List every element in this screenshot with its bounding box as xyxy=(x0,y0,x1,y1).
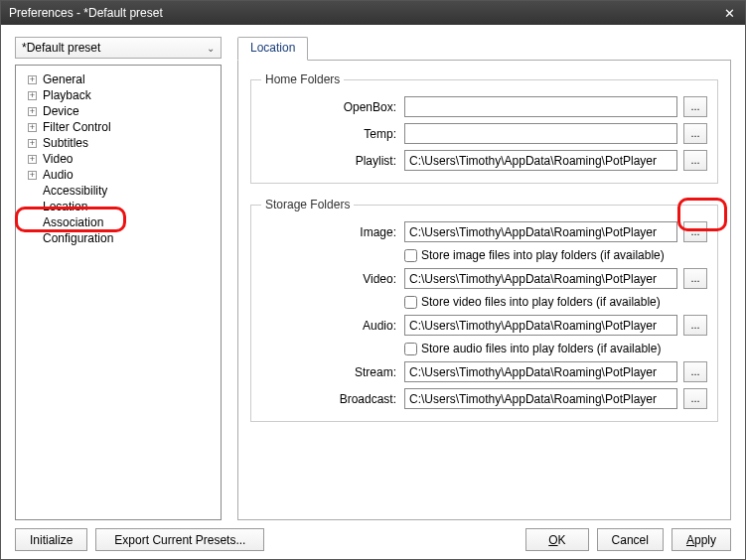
tree-item-filter-control[interactable]: +Filter Control xyxy=(20,119,217,135)
preset-selected: *Default preset xyxy=(22,41,100,55)
category-tree[interactable]: +General +Playback +Device +Filter Contr… xyxy=(15,65,222,520)
image-store-label: Store image files into play folders (if … xyxy=(421,248,665,262)
bottom-bar: Initialize Export Current Presets... OK … xyxy=(15,520,731,551)
tree-item-accessibility[interactable]: Accessibility xyxy=(20,183,217,199)
cancel-button[interactable]: Cancel xyxy=(597,528,664,551)
home-folders-legend: Home Folders xyxy=(261,72,344,86)
tree-item-association[interactable]: Association xyxy=(20,214,217,230)
audio-browse-button[interactable]: ... xyxy=(683,315,707,336)
tree-item-audio[interactable]: +Audio xyxy=(20,167,217,183)
tree-item-subtitles[interactable]: +Subtitles xyxy=(20,135,217,151)
initialize-button[interactable]: Initialize xyxy=(15,528,87,551)
tree-item-configuration[interactable]: Configuration xyxy=(20,230,217,246)
audio-store-checkbox[interactable] xyxy=(404,343,417,355)
storage-folders-group: Storage Folders Image: ... Store image f… xyxy=(250,198,718,422)
tree-item-general[interactable]: +General xyxy=(20,71,217,87)
ok-button[interactable]: OK xyxy=(525,528,588,551)
window-title: Preferences - *Default preset xyxy=(9,6,719,20)
video-browse-button[interactable]: ... xyxy=(683,268,707,289)
audio-store-label: Store audio files into play folders (if … xyxy=(421,342,661,355)
expand-icon[interactable]: + xyxy=(28,139,37,148)
video-label: Video: xyxy=(261,272,398,286)
video-store-checkbox[interactable] xyxy=(404,296,417,309)
playlist-browse-button[interactable]: ... xyxy=(683,150,707,171)
expand-icon[interactable]: + xyxy=(28,171,37,180)
storage-folders-legend: Storage Folders xyxy=(261,198,354,211)
broadcast-browse-button[interactable]: ... xyxy=(683,388,707,409)
broadcast-label: Broadcast: xyxy=(261,392,398,406)
stream-field[interactable] xyxy=(404,361,677,382)
export-presets-button[interactable]: Export Current Presets... xyxy=(95,528,264,551)
expand-icon[interactable]: + xyxy=(28,155,37,164)
tree-item-device[interactable]: +Device xyxy=(20,103,217,119)
home-folders-group: Home Folders OpenBox: ... Temp: ... Play… xyxy=(250,72,718,184)
close-icon[interactable]: ✕ xyxy=(719,5,739,21)
tree-item-location[interactable]: Location xyxy=(20,199,217,214)
image-browse-button[interactable]: ... xyxy=(683,221,707,242)
video-store-label: Store video files into play folders (if … xyxy=(421,295,661,309)
tree-item-video[interactable]: +Video xyxy=(20,151,217,167)
image-field[interactable] xyxy=(404,221,677,242)
temp-label: Temp: xyxy=(261,127,398,141)
stream-browse-button[interactable]: ... xyxy=(683,361,707,382)
temp-browse-button[interactable]: ... xyxy=(683,123,707,144)
stream-label: Stream: xyxy=(261,365,398,379)
expand-icon[interactable]: + xyxy=(28,91,37,100)
tab-location[interactable]: Location xyxy=(237,37,308,61)
left-column: *Default preset ⌄ +General +Playback +De… xyxy=(15,37,222,520)
openbox-browse-button[interactable]: ... xyxy=(683,96,707,117)
expand-icon[interactable]: + xyxy=(28,107,37,116)
video-field[interactable] xyxy=(404,268,677,289)
right-column: Location Home Folders OpenBox: ... Temp:… xyxy=(237,37,731,520)
tree-item-playback[interactable]: +Playback xyxy=(20,87,217,103)
openbox-label: OpenBox: xyxy=(261,100,398,114)
tab-strip: Location xyxy=(237,37,731,61)
main-area: *Default preset ⌄ +General +Playback +De… xyxy=(15,37,731,520)
openbox-field[interactable] xyxy=(404,96,677,117)
playlist-field[interactable] xyxy=(404,150,677,171)
preset-dropdown[interactable]: *Default preset ⌄ xyxy=(15,37,222,59)
image-store-checkbox[interactable] xyxy=(404,249,417,262)
playlist-label: Playlist: xyxy=(261,154,398,168)
audio-field[interactable] xyxy=(404,315,677,336)
expand-icon[interactable]: + xyxy=(28,75,37,84)
chevron-down-icon: ⌄ xyxy=(207,43,215,54)
image-label: Image: xyxy=(261,225,398,239)
temp-field[interactable] xyxy=(404,123,677,144)
apply-button[interactable]: Apply xyxy=(671,528,731,551)
tab-panel: Home Folders OpenBox: ... Temp: ... Play… xyxy=(237,60,731,520)
broadcast-field[interactable] xyxy=(404,388,677,409)
expand-icon[interactable]: + xyxy=(28,123,37,132)
audio-label: Audio: xyxy=(261,319,398,333)
titlebar: Preferences - *Default preset ✕ xyxy=(1,1,745,25)
content: *Default preset ⌄ +General +Playback +De… xyxy=(1,25,745,559)
